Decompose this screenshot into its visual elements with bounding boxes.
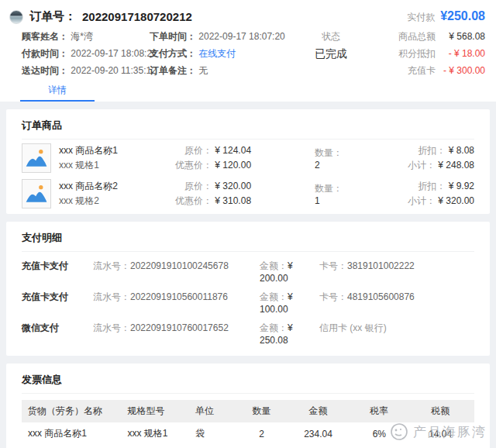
payment-amount: 金额：¥ 100.00: [260, 291, 319, 315]
product-row: xxx 商品名称2 xxx 规格2 原价： ¥ 320.00 优惠价： ¥ 31…: [22, 175, 474, 211]
product-discount: ¥ 9.92: [449, 181, 474, 191]
product-subtotal: ¥ 320.00: [438, 195, 474, 206]
payment-details-title: 支付明细: [22, 228, 474, 252]
status-label: 状态: [293, 30, 369, 43]
deliver-time: 送达时间： 2022-09-20 11:35:12: [22, 64, 150, 77]
payment-amount: 金额：¥ 250.08: [260, 322, 319, 346]
product-amounts: 折扣： ¥ 8.08 小计： ¥ 248.08: [350, 143, 474, 173]
order-info-grid: 顾客姓名： 海*湾 下单时间： 2022-09-17 18:07:20 状态 商…: [22, 30, 485, 77]
invoice-info-title: 发票信息: [22, 370, 474, 394]
col-amount: 金额: [284, 400, 353, 422]
summary-total: 商品总额 ¥ 568.08: [369, 30, 485, 43]
payment-card: 卡号：3819101002222: [319, 260, 474, 284]
product-promo-price: ¥ 310.08: [215, 195, 251, 206]
product-price-block: 原价： ¥ 124.04 优惠价： ¥ 120.00: [175, 143, 315, 173]
payment-row: 充值卡支付 流水号：2022091910560011876 金额：¥ 100.0…: [22, 288, 474, 319]
product-subtotal: ¥ 248.08: [438, 160, 474, 171]
product-qty: 数量： 1: [315, 182, 350, 206]
payment-row: 微信支付 流水号：2022091910760017652 金额：¥ 250.08…: [22, 319, 474, 350]
col-spec-model: 规格型号: [121, 400, 189, 422]
product-thumbnail: [22, 179, 51, 208]
payment-row: 充值卡支付 流水号：2022091910100245678 金额：¥ 200.0…: [22, 257, 474, 288]
invoice-info-card: 发票信息 货物（劳务）名称 规格型号 单位 数量 金额 税率 税额 xxx 商品…: [6, 364, 490, 448]
status-value: 已完成: [293, 47, 369, 60]
tab-bar: 详情: [9, 80, 485, 102]
col-goods-name: 货物（劳务）名称: [22, 400, 121, 422]
paid-amount-value: ¥250.08: [440, 9, 485, 23]
order-header: 订单号： 20220917180720212 实付款 ¥250.08 顾客姓名：…: [0, 0, 496, 102]
col-qty: 数量: [239, 400, 284, 422]
product-original-price: ¥ 124.04: [215, 145, 251, 156]
payment-card: 信用卡 (xx 银行): [319, 322, 474, 346]
summary-stored-card: 充值卡 - ¥ 300.00: [369, 64, 485, 77]
paid-amount-label: 实付款: [407, 11, 435, 24]
product-name: xxx 商品名称1: [59, 143, 175, 158]
invoice-row: xxx 商品名称1 xxx 规格1 袋 2 234.04 6% 14.04: [22, 422, 474, 445]
invoice-row: xxx 商品名称1 xxx 规格1 袋 2 -7.62 6% -0.46: [22, 445, 474, 448]
order-time: 下单时间： 2022-09-17 18:07:20: [150, 30, 293, 43]
product-thumbnail: [22, 143, 51, 173]
order-products-title: 订单商品: [22, 115, 474, 140]
product-row: xxx 商品名称1 xxx 规格1 原价： ¥ 124.04 优惠价： ¥ 12…: [22, 140, 474, 175]
tab-detail[interactable]: 详情: [20, 80, 95, 102]
order-remark: 订单备注： 无: [150, 64, 293, 77]
store-avatar-icon: [9, 10, 23, 24]
invoice-table: 货物（劳务）名称 规格型号 单位 数量 金额 税率 税额 xxx 商品名称1 x…: [22, 400, 474, 448]
product-name-block: xxx 商品名称1 xxx 规格1: [59, 143, 175, 173]
pay-method-link[interactable]: 在线支付: [198, 48, 236, 59]
payment-card: 卡号：4819105600876: [319, 291, 474, 315]
product-name: xxx 商品名称2: [59, 179, 175, 194]
payment-serial: 流水号：2022091910100245678: [93, 260, 260, 284]
payment-method: 微信支付: [22, 322, 93, 346]
payment-serial: 流水号：2022091910560011876: [93, 291, 260, 315]
payment-details-card: 支付明细 充值卡支付 流水号：2022091910100245678 金额：¥ …: [6, 222, 490, 356]
image-placeholder-icon: [25, 182, 48, 205]
payment-method: 充值卡支付: [22, 260, 93, 284]
invoice-header-row: 货物（劳务）名称 规格型号 单位 数量 金额 税率 税额: [22, 400, 474, 422]
col-tax-amount: 税额: [406, 400, 474, 422]
product-promo-price: ¥ 120.00: [215, 160, 251, 171]
product-amounts: 折扣： ¥ 9.92 小计： ¥ 320.00: [350, 179, 474, 208]
product-price-block: 原价： ¥ 320.00 优惠价： ¥ 310.08: [175, 179, 315, 208]
pay-method: 支付方式： 在线支付: [150, 47, 293, 60]
product-qty: 数量： 2: [315, 146, 350, 171]
payment-method: 充值卡支付: [22, 291, 93, 315]
col-tax-rate: 税率: [352, 400, 406, 422]
customer-name: 顾客姓名： 海*湾: [22, 30, 150, 43]
payment-amount: 金额：¥ 200.00: [260, 260, 319, 284]
product-name-block: xxx 商品名称2 xxx 规格2: [59, 179, 175, 208]
product-spec: xxx 规格1: [59, 158, 175, 173]
col-unit: 单位: [189, 400, 239, 422]
summary-points-deduction: 积分抵扣 - ¥ 18.00: [369, 47, 485, 60]
product-original-price: ¥ 320.00: [215, 181, 251, 191]
order-products-card: 订单商品 xxx 商品名称1 xxx 规格1 原价： ¥ 124.04 优惠价：…: [6, 109, 490, 214]
product-spec: xxx 规格2: [59, 194, 175, 208]
order-number-value: 20220917180720212: [82, 10, 192, 23]
image-placeholder-icon: [25, 146, 48, 170]
pay-time: 付款时间： 2022-09-17 18:08:22: [22, 47, 150, 60]
payment-serial: 流水号：2022091910760017652: [93, 322, 260, 346]
order-number-label: 订单号：: [29, 9, 76, 24]
product-discount: ¥ 8.08: [449, 145, 474, 156]
